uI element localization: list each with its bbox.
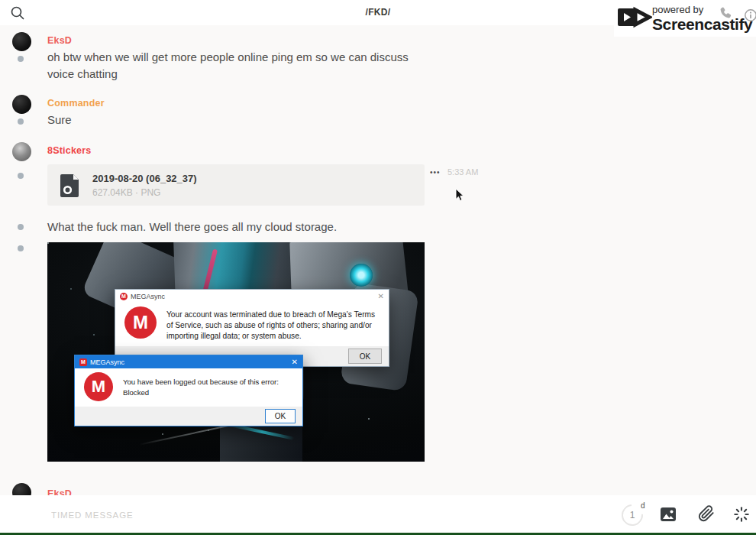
close-icon: ✕ [378,292,384,300]
attachment-meta: 627.04KB · PNG [92,187,197,198]
message: What the fuck man. Well there goes all m… [0,217,756,240]
message: EksD oh btw when we will get more people… [0,31,756,92]
attachment-filename: 2019-08-20 (06_32_37) [92,173,197,184]
chat-app-window: /FKD/ powered by Screencastify [0,0,756,535]
watermark-powered-by: powered by [652,5,752,15]
message-options-icon[interactable]: ••• [430,168,441,177]
author-name[interactable]: EksD [47,35,72,46]
message-timestamp: 5:33 AM [447,167,478,177]
message-text: What the fuck man. Well there goes all m… [47,219,427,235]
spinner-icon[interactable] [733,506,751,524]
message: Commander Sure [0,93,756,135]
info-icon[interactable] [744,8,756,22]
file-attachment[interactable]: 2019-08-20 (06_32_37) 627.04KB · PNG [47,164,425,206]
channel-title: /FKD/ [366,7,391,18]
author-name[interactable]: Commander [47,98,105,109]
attached-image[interactable]: M MEGAsync ✕ M Your account was terminat… [47,242,425,462]
dialog-title: MEGAsync [131,293,165,300]
message-text: Sure [47,112,427,128]
close-icon: ✕ [292,358,298,366]
screencastify-logo-icon [615,2,652,35]
phone-icon[interactable] [719,6,732,20]
dialog-title: MEGAsync [90,358,124,366]
timer-unit: d [641,501,645,510]
message-bullet [18,173,24,179]
message-bullet [18,224,24,230]
avatar[interactable] [12,32,31,51]
paperclip-icon[interactable] [698,505,716,524]
mega-mini-icon: M [79,358,87,366]
message-list: EksD oh btw when we will get more people… [0,25,756,495]
avatar[interactable] [12,95,31,114]
mega-logo-icon: M [124,306,157,339]
ok-button: OK [348,349,382,364]
message-composer: 1 d [0,495,756,533]
mega-logo-icon: M [84,372,113,401]
mega-mini-icon: M [120,293,128,300]
author-name[interactable]: 8Stickers [47,145,91,156]
message-bullet [18,56,24,62]
dialog-body-text: Your account was terminated due to breac… [166,306,381,341]
watermark-brand: Screencastify [652,16,752,32]
search-icon[interactable] [10,5,25,21]
screencastify-watermark: powered by Screencastify [614,0,756,37]
message-input[interactable] [50,495,496,534]
timed-message-icon[interactable]: 1 d [622,503,648,526]
avatar[interactable] [12,142,31,161]
file-icon [60,173,80,197]
ok-button: OK [265,409,296,423]
message-bullet [18,245,24,251]
dialog-body-text: You have been logged out because of this… [123,372,295,401]
mouse-cursor [455,188,464,202]
message-text: oh btw when we will get more people onli… [47,49,427,83]
message: 8Stickers 2019-08-20 (06_32_37) 627.04KB… [0,141,756,211]
megasync-dialog-logged-out: M MEGAsync ✕ M You have been logged out … [74,355,303,426]
timer-value: 1 [622,504,643,526]
message-bullet [18,118,24,125]
image-upload-icon[interactable] [660,507,678,525]
